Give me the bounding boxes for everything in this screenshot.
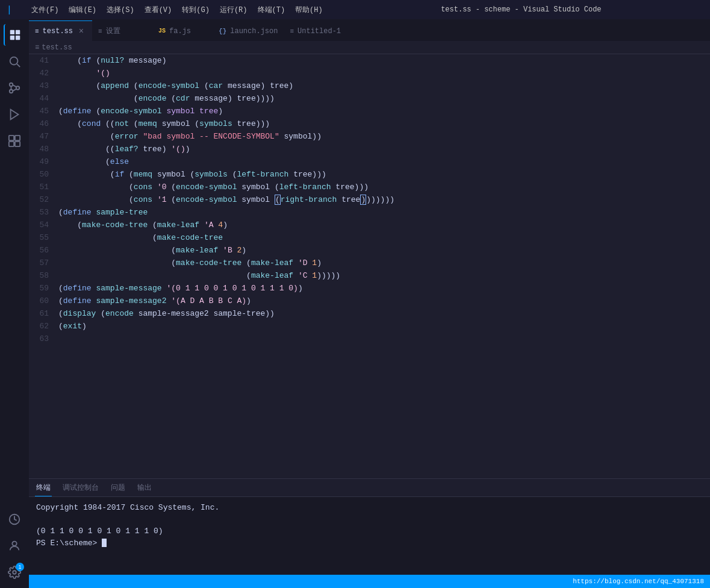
- line-num-43: 43: [29, 80, 56, 92]
- line-content-44: (encode (cdr message) tree)))): [56, 92, 710, 105]
- panel: 终端 调试控制台 问题 输出 Copyright 1984-2017 Cisco…: [29, 478, 710, 575]
- svg-point-19: [13, 571, 16, 574]
- window-title: test.ss - scheme - Visual Studio Code: [338, 5, 704, 14]
- menu-select[interactable]: 选择(S): [103, 4, 138, 16]
- tab-bar: ≡ test.ss × ≡ 设置 JS fa.js {} launch.json…: [29, 19, 710, 41]
- menu-terminal[interactable]: 终端(T): [254, 4, 289, 16]
- code-line-54: 54 (make-code-tree (make-leaf 'A 4): [29, 219, 710, 231]
- line-num-48: 48: [29, 143, 56, 155]
- code-line-52: 52 (cons '1 (encode-symbol symbol (right…: [29, 193, 710, 206]
- tab-icon-untitled: ≡: [290, 28, 294, 35]
- activity-debug[interactable]: [4, 104, 25, 125]
- line-content-56: (make-leaf 'B 2): [56, 244, 710, 257]
- code-line-50: 50 (if (memq symbol (symbols (left-branc…: [29, 168, 710, 181]
- activity-search[interactable]: [4, 51, 25, 72]
- line-num-54: 54: [29, 219, 56, 231]
- tab-close-test-ss[interactable]: ×: [76, 27, 86, 36]
- line-content-43: (append (encode-symbol (car message) tre…: [56, 80, 710, 92]
- menu-run[interactable]: 运行(R): [216, 4, 251, 16]
- activity-account[interactable]: [4, 535, 25, 557]
- activity-extensions[interactable]: [4, 130, 25, 152]
- svg-point-6: [10, 83, 13, 87]
- panel-tab-terminal[interactable]: 终端: [35, 479, 52, 496]
- line-num-45: 45: [29, 105, 56, 117]
- line-num-49: 49: [29, 155, 56, 168]
- menu-file[interactable]: 文件(F): [28, 4, 63, 16]
- code-editor[interactable]: 41 (if (null? message) 42 '() 43 (append…: [29, 54, 710, 478]
- line-num-63: 63: [29, 333, 56, 345]
- line-content-60: (define sample-message2 '(A D A B B C A)…: [56, 295, 710, 307]
- line-content-58: (make-leaf 'C 1))))): [56, 269, 710, 282]
- tab-icon-fa-js: JS: [158, 28, 166, 34]
- tab-fa-js[interactable]: JS fa.js: [152, 20, 213, 41]
- code-line-41: 41 (if (null? message): [29, 54, 710, 67]
- menu-view[interactable]: 查看(V): [141, 4, 176, 16]
- panel-tab-output[interactable]: 输出: [136, 479, 153, 496]
- code-line-60: 60 (define sample-message2 '(A D A B B C…: [29, 295, 710, 307]
- svg-rect-1: [16, 30, 20, 34]
- svg-rect-15: [9, 142, 14, 146]
- line-num-57: 57: [29, 257, 56, 269]
- activity-source-control[interactable]: [4, 77, 25, 99]
- line-content-47: (error "bad symbol -- ENCODE-SYMBOL" sym…: [56, 130, 710, 143]
- svg-line-5: [17, 64, 20, 67]
- line-num-42: 42: [29, 67, 56, 80]
- code-line-62: 62 (exit): [29, 320, 710, 333]
- line-num-53: 53: [29, 206, 56, 219]
- line-content-45: (define (encode-symbol symbol tree): [56, 105, 710, 117]
- line-num-51: 51: [29, 181, 56, 193]
- activity-history[interactable]: [4, 508, 25, 530]
- code-line-47: 47 (error "bad symbol -- ENCODE-SYMBOL" …: [29, 130, 710, 143]
- status-url: https://blog.csdn.net/qq_43071318: [573, 578, 704, 585]
- line-num-60: 60: [29, 295, 56, 307]
- line-num-50: 50: [29, 168, 56, 181]
- line-content-52: (cons '1 (encode-symbol symbol (right-br…: [56, 193, 710, 206]
- svg-point-8: [16, 86, 20, 90]
- line-num-44: 44: [29, 92, 56, 105]
- terminal-content[interactable]: Copyright 1984-2017 Cisco Systems, Inc. …: [29, 497, 710, 575]
- code-line-44: 44 (encode (cdr message) tree)))): [29, 92, 710, 105]
- main-layout: ≡ test.ss × ≡ 设置 JS fa.js {} launch.json…: [0, 19, 710, 588]
- panel-tab-problems[interactable]: 问题: [110, 479, 126, 496]
- terminal-cursor: [102, 539, 107, 547]
- menu-edit[interactable]: 编辑(E): [65, 4, 100, 16]
- tab-untitled[interactable]: ≡ Untitled-1: [284, 20, 347, 41]
- svg-rect-14: [15, 136, 20, 140]
- tab-test-ss[interactable]: ≡ test.ss ×: [29, 20, 92, 41]
- line-content-48: ((leaf? tree) '()): [56, 143, 710, 155]
- breadcrumb: ≡ test.ss: [29, 41, 710, 54]
- code-line-51: 51 (cons '0 (encode-symbol symbol (left-…: [29, 181, 710, 193]
- line-content-41: (if (null? message): [56, 54, 710, 67]
- code-line-46: 46 (cond ((not (memq symbol (symbols tre…: [29, 117, 710, 130]
- menu-goto[interactable]: 转到(G): [178, 4, 213, 16]
- code-line-56: 56 (make-leaf 'B 2): [29, 244, 710, 257]
- tab-settings[interactable]: ≡ 设置: [92, 20, 152, 41]
- svg-point-18: [12, 542, 16, 546]
- line-num-62: 62: [29, 320, 56, 333]
- code-line-63: 63: [29, 333, 710, 345]
- tab-icon-settings: ≡: [98, 28, 102, 35]
- svg-point-7: [10, 90, 13, 93]
- line-content-54: (make-code-tree (make-leaf 'A 4): [56, 219, 710, 231]
- code-line-42: 42 '(): [29, 67, 710, 80]
- tab-label-fa-js: fa.js: [169, 27, 191, 36]
- tab-label-launch-json: launch.json: [230, 27, 278, 36]
- svg-point-4: [10, 57, 18, 65]
- line-num-52: 52: [29, 193, 56, 206]
- line-content-49: (else: [56, 155, 710, 168]
- tab-label-settings: 设置: [106, 26, 120, 36]
- panel-tab-debug[interactable]: 调试控制台: [61, 479, 100, 496]
- line-content-55: (make-code-tree: [56, 231, 710, 244]
- code-line-49: 49 (else: [29, 155, 710, 168]
- svg-line-10: [13, 85, 16, 87]
- activity-settings[interactable]: [4, 561, 25, 583]
- line-num-47: 47: [29, 130, 56, 143]
- code-line-43: 43 (append (encode-symbol (car message) …: [29, 80, 710, 92]
- code-line-45: 45 (define (encode-symbol symbol tree): [29, 105, 710, 117]
- tab-launch-json[interactable]: {} launch.json: [213, 20, 284, 41]
- activity-explorer[interactable]: [4, 24, 25, 46]
- breadcrumb-file-icon: ≡: [35, 43, 39, 52]
- menu-help[interactable]: 帮助(H): [291, 4, 326, 16]
- line-content-62: (exit): [56, 320, 710, 333]
- line-num-56: 56: [29, 244, 56, 257]
